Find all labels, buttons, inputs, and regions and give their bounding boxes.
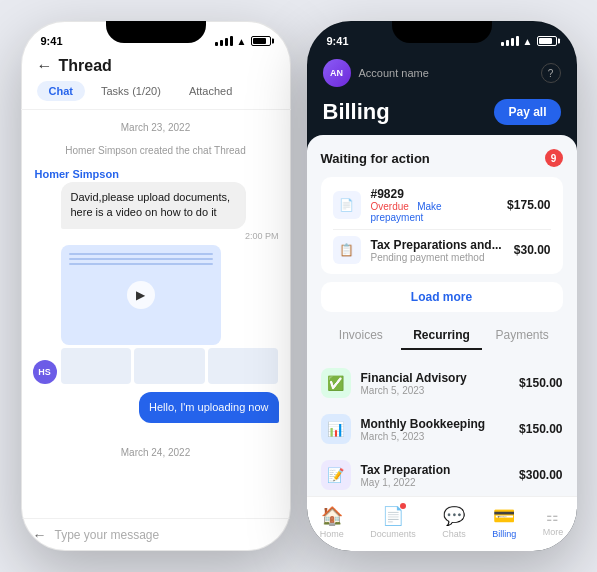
invoice-amount-2: $30.00 — [514, 243, 551, 257]
pay-all-button[interactable]: Pay all — [494, 99, 560, 125]
nav-billing[interactable]: 💳 Billing — [492, 505, 516, 539]
message-bubble-1: David,please upload documents, here is a… — [61, 182, 246, 229]
invoice-info-1: #9829 Overdue Make prepayment — [371, 187, 498, 223]
tab-recurring[interactable]: Recurring — [401, 322, 482, 350]
billing-icon: 💳 — [493, 506, 515, 526]
video-thumb-sm-2 — [134, 348, 205, 384]
recurring-item-3[interactable]: 📝 Tax Preparation May 1, 2022 $300.00 — [321, 452, 563, 496]
message-row: HS David,please upload documents, here i… — [33, 182, 279, 384]
nav-documents[interactable]: 📄 Documents — [370, 505, 416, 539]
documents-icon: 📄 — [382, 506, 404, 526]
nav-home-icon-wrap: 🏠 — [321, 505, 343, 527]
account-row: AN Account name — [323, 59, 429, 87]
recurring-name-3: Tax Preparation — [361, 463, 510, 477]
play-button[interactable]: ▶ — [127, 281, 155, 309]
recurring-icon-3: 📝 — [321, 460, 351, 490]
tab-attached[interactable]: Attached — [177, 81, 244, 101]
invoice-status-2: Pending payment method — [371, 252, 504, 263]
chats-icon: 💬 — [443, 506, 465, 526]
waiting-title: Waiting for action — [321, 151, 430, 166]
signal-bar-4 — [230, 36, 233, 46]
wifi-icon: ▲ — [237, 36, 247, 47]
battery-icon — [251, 36, 271, 46]
recurring-amount-3: $300.00 — [519, 468, 562, 482]
timestamp-1: 2:00 PM — [61, 231, 279, 241]
recurring-date-3: May 1, 2022 — [361, 477, 510, 488]
signal-bar-2 — [220, 40, 223, 46]
message-bubble-outgoing: Hello, I'm uploading now — [139, 392, 279, 423]
signal-bars — [215, 36, 233, 46]
tab-chat[interactable]: Chat — [37, 81, 85, 101]
load-more-button[interactable]: Load more — [321, 282, 563, 312]
recurring-item-2[interactable]: 📊 Monthly Bookkeeping March 5, 2023 $150… — [321, 406, 563, 452]
phone-notch-2 — [392, 21, 492, 43]
nav-more-icon-wrap: ⚏ — [546, 507, 559, 525]
tab-tasks[interactable]: Tasks (1/20) — [89, 81, 173, 101]
billing-header: AN Account name ? — [307, 51, 577, 95]
nav-documents-label: Documents — [370, 529, 416, 539]
date-label-2: March 24, 2022 — [33, 447, 279, 458]
more-icon: ⚏ — [546, 508, 559, 524]
status-icons: ▲ — [215, 36, 271, 47]
billing-title: Billing — [323, 99, 390, 125]
video-lines — [69, 253, 213, 265]
avatar-hs: HS — [33, 360, 57, 384]
signal-bars-billing — [501, 36, 519, 46]
tab-invoices[interactable]: Invoices — [321, 322, 402, 350]
recurring-info-2: Monthly Bookkeeping March 5, 2023 — [361, 417, 510, 442]
battery-fill — [253, 38, 267, 44]
video-thumb-sm-3 — [208, 348, 279, 384]
signal-bar-3 — [225, 38, 228, 46]
wifi-icon-billing: ▲ — [523, 36, 533, 47]
invoice-overdue: Overdue — [371, 201, 409, 212]
back-row: ← Thread — [37, 57, 275, 75]
system-message: Homer Simpson created the chat Thread — [33, 145, 279, 156]
documents-dot — [400, 503, 406, 509]
help-icon[interactable]: ? — [541, 63, 561, 83]
billing-content: Waiting for action 9 📄 #9829 Overdue Mak… — [307, 135, 577, 496]
tab-payments[interactable]: Payments — [482, 322, 563, 350]
signal-bar-1 — [215, 42, 218, 46]
thread-title: Thread — [59, 57, 112, 75]
thread-content: ← Thread Chat Tasks (1/20) Attached Marc… — [21, 51, 291, 551]
video-thumbnail[interactable]: ▶ — [61, 245, 221, 345]
invoice-name-2: Tax Preparations and... — [371, 238, 504, 252]
recurring-name-2: Monthly Bookkeeping — [361, 417, 510, 431]
video-grid — [61, 348, 279, 384]
nav-billing-icon-wrap: 💳 — [493, 505, 515, 527]
nav-more[interactable]: ⚏ More — [543, 507, 564, 537]
timestamp-2: 2:00 PM ✓✓ — [226, 425, 278, 435]
chat-area: March 23, 2022 Homer Simpson created the… — [21, 110, 291, 518]
recurring-date-2: March 5, 2023 — [361, 431, 510, 442]
invoice-icon-2: 📋 — [333, 236, 361, 264]
outgoing-message-group: Hello, I'm uploading now 2:00 PM ✓✓ — [33, 392, 279, 435]
nav-chats-icon-wrap: 💬 — [443, 505, 465, 527]
invoice-row-2: 📋 Tax Preparations and... Pending paymen… — [333, 236, 551, 264]
nav-chats[interactable]: 💬 Chats — [442, 505, 466, 539]
recurring-icon-2: 📊 — [321, 414, 351, 444]
sender-name: Homer Simpson — [35, 168, 279, 180]
account-avatar: AN — [323, 59, 351, 87]
recurring-info-1: Financial Advisory March 5, 2023 — [361, 371, 510, 396]
phone-billing: 9:41 ▲ AN Account name ? — [307, 21, 577, 551]
nav-chats-label: Chats — [442, 529, 466, 539]
date-label-1: March 23, 2022 — [33, 122, 279, 133]
nav-home-label: Home — [320, 529, 344, 539]
invoice-status-1: Overdue Make prepayment — [371, 201, 498, 223]
status-time-billing: 9:41 — [327, 35, 349, 47]
recurring-amount-2: $150.00 — [519, 422, 562, 436]
nav-documents-icon-wrap: 📄 — [382, 505, 404, 527]
nav-home[interactable]: 🏠 Home — [320, 505, 344, 539]
recurring-item-1[interactable]: ✅ Financial Advisory March 5, 2023 $150.… — [321, 360, 563, 406]
invoice-card-1[interactable]: 📄 #9829 Overdue Make prepayment $175.00 … — [321, 177, 563, 274]
account-name: Account name — [359, 67, 429, 79]
back-button[interactable]: ← — [37, 57, 53, 75]
billing-tabs: Invoices Recurring Payments — [321, 322, 563, 350]
attach-icon[interactable]: ← — [33, 527, 47, 543]
battery-icon-billing — [537, 36, 557, 46]
thread-header: ← Thread Chat Tasks (1/20) Attached — [21, 51, 291, 110]
divider — [333, 229, 551, 230]
status-icons-billing: ▲ — [501, 36, 557, 47]
chat-input[interactable]: Type your message — [55, 528, 279, 542]
thread-tabs: Chat Tasks (1/20) Attached — [37, 81, 275, 101]
